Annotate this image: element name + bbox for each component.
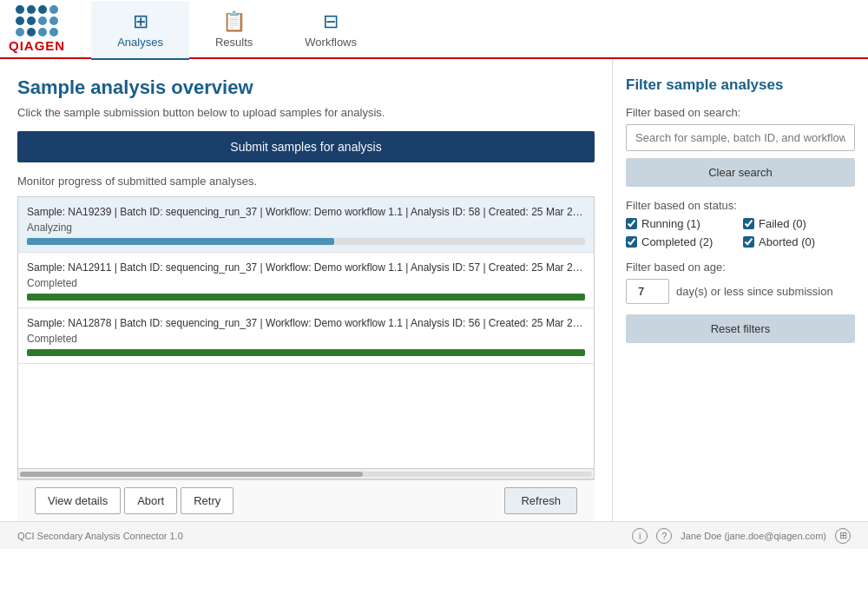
analysis-header: Sample: NA19239 | Batch ID: sequencing_r… (27, 206, 585, 218)
app-version: QCI Secondary Analysis Connector 1.0 (17, 531, 183, 541)
submit-samples-button[interactable]: Submit samples for analysis (17, 131, 595, 162)
analysis-status: Completed (27, 277, 585, 289)
filter-title: Filter sample analyses (626, 76, 855, 94)
logo: QIAGEN (9, 5, 65, 53)
analyses-icon: ⊞ (133, 10, 148, 33)
app-header: QIAGEN ⊞ Analyses 📋 Results ⊟ Workflows (0, 0, 868, 59)
completed-checkbox[interactable] (626, 236, 637, 248)
status-label: Filter based on status: (626, 199, 855, 212)
page-title: Sample analysis overview (17, 76, 595, 99)
info-icon[interactable]: i (632, 528, 648, 544)
analysis-item[interactable]: Sample: NA19239 | Batch ID: sequencing_r… (18, 197, 594, 253)
scrollbar-thumb[interactable] (20, 472, 363, 477)
progress-bar-fill (27, 349, 585, 356)
analysis-item[interactable]: Sample: NA12911 | Batch ID: sequencing_r… (18, 253, 594, 308)
filter-completed[interactable]: Completed (2) (626, 235, 738, 248)
age-suffix: day(s) or less since submission (676, 285, 833, 298)
progress-bar-bg (27, 238, 585, 245)
settings-icon[interactable]: ⊞ (835, 528, 851, 544)
footer: QCI Secondary Analysis Connector 1.0 i ?… (0, 521, 868, 549)
left-panel: Sample analysis overview Click the sampl… (0, 59, 612, 521)
tab-workflows[interactable]: ⊟ Workflows (279, 1, 383, 60)
filter-failed[interactable]: Failed (0) (743, 217, 855, 230)
progress-bar-fill (27, 294, 585, 301)
main-body: Sample analysis overview Click the sampl… (0, 59, 868, 521)
page-subtitle: Click the sample submission button below… (17, 106, 595, 119)
aborted-checkbox[interactable] (743, 236, 754, 248)
user-info: Jane Doe (jane.doe@qiagen.com) (681, 531, 826, 541)
analysis-item[interactable]: Sample: NA12878 | Batch ID: sequencing_r… (18, 308, 594, 364)
bottom-bar: View details Abort Retry Refresh (17, 479, 595, 521)
analysis-header: Sample: NA12911 | Batch ID: sequencing_r… (27, 261, 585, 274)
tab-results[interactable]: 📋 Results (189, 1, 279, 60)
status-filters: Running (1) Failed (0) Completed (2) Abo… (626, 217, 855, 248)
results-icon: 📋 (222, 10, 246, 33)
retry-button[interactable]: Retry (181, 487, 233, 514)
search-input[interactable] (626, 124, 855, 151)
analysis-header: Sample: NA12878 | Batch ID: sequencing_r… (27, 317, 585, 329)
age-label: Filter based on age: (626, 261, 855, 274)
analyses-list: Sample: NA19239 | Batch ID: sequencing_r… (17, 196, 595, 479)
logo-dots (16, 5, 58, 36)
running-checkbox[interactable] (626, 218, 637, 229)
clear-search-button[interactable]: Clear search (626, 158, 855, 187)
age-input[interactable] (626, 279, 669, 304)
nav-tabs: ⊞ Analyses 📋 Results ⊟ Workflows (91, 0, 383, 58)
monitor-label: Monitor progress of submitted sample ana… (17, 175, 595, 188)
analysis-status: Completed (27, 333, 585, 345)
filter-panel: Filter sample analyses Filter based on s… (612, 59, 868, 521)
failed-checkbox[interactable] (743, 218, 754, 229)
progress-bar-bg (27, 294, 585, 301)
logo-text: QIAGEN (9, 38, 65, 53)
tab-analyses[interactable]: ⊞ Analyses (91, 1, 189, 60)
analysis-status: Analyzing (27, 221, 585, 234)
progress-bar-bg (27, 349, 585, 356)
refresh-button[interactable]: Refresh (504, 487, 577, 514)
age-filter-row: day(s) or less since submission (626, 279, 855, 304)
filter-aborted[interactable]: Aborted (0) (743, 235, 855, 248)
abort-button[interactable]: Abort (124, 487, 177, 514)
filter-running[interactable]: Running (1) (626, 217, 738, 230)
scrollbar-track (20, 472, 592, 477)
search-label: Filter based on search: (626, 106, 855, 119)
reset-filters-button[interactable]: Reset filters (626, 314, 855, 343)
footer-right: i ? Jane Doe (jane.doe@qiagen.com) ⊞ (632, 528, 851, 544)
help-icon[interactable]: ? (656, 528, 672, 544)
progress-bar-fill (27, 238, 334, 245)
workflows-icon: ⊟ (323, 10, 339, 33)
horizontal-scrollbar[interactable] (18, 468, 594, 479)
view-details-button[interactable]: View details (35, 487, 121, 514)
